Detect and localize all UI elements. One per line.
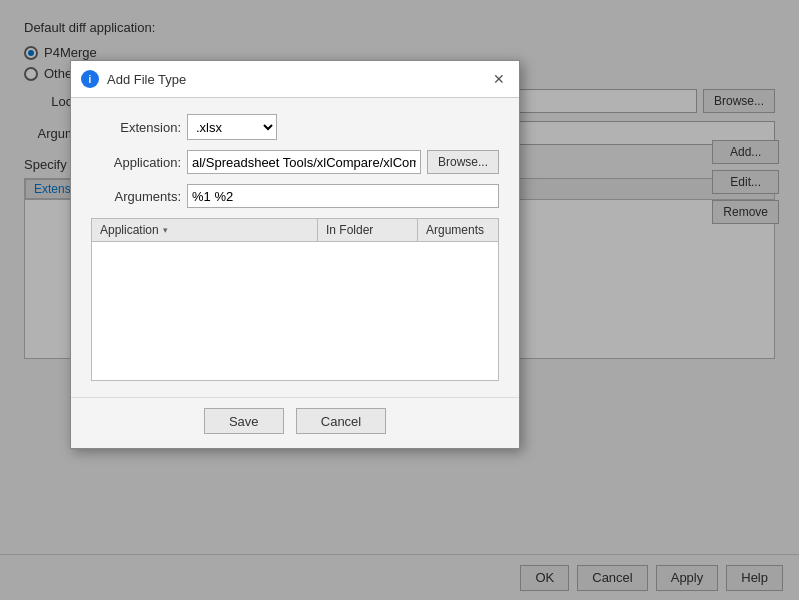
add-file-type-dialog: i Add File Type ✕ Extension: .xlsx Appli…	[70, 60, 520, 449]
dialog-close-button[interactable]: ✕	[489, 69, 509, 89]
folder-col-header: In Folder	[318, 219, 418, 241]
extension-row: Extension: .xlsx	[91, 114, 499, 140]
dialog-title: Add File Type	[107, 72, 481, 87]
application-row: Application: Browse...	[91, 150, 499, 174]
dialog-cancel-button[interactable]: Cancel	[296, 408, 386, 434]
dialog-body: Extension: .xlsx Application: Browse... …	[71, 98, 519, 393]
dialog-arguments-label: Arguments:	[91, 189, 181, 204]
dialog-table-area: Application ▾ In Folder Arguments	[91, 218, 499, 381]
application-browse-button[interactable]: Browse...	[427, 150, 499, 174]
extension-select[interactable]: .xlsx	[187, 114, 277, 140]
application-field-label: Application:	[91, 155, 181, 170]
app-col-header[interactable]: Application ▾	[92, 219, 318, 241]
dialog-titlebar: i Add File Type ✕	[71, 61, 519, 98]
application-input[interactable]	[187, 150, 421, 174]
arguments-col-header: Arguments	[418, 219, 498, 241]
dialog-footer: Save Cancel	[71, 397, 519, 448]
dialog-arguments-row: Arguments:	[91, 184, 499, 208]
extension-field-label: Extension:	[91, 120, 181, 135]
app-sort-arrow: ▾	[163, 225, 168, 235]
dialog-table-header: Application ▾ In Folder Arguments	[91, 218, 499, 241]
save-button[interactable]: Save	[204, 408, 284, 434]
dialog-table-body	[91, 241, 499, 381]
dialog-icon: i	[81, 70, 99, 88]
dialog-arguments-input[interactable]	[187, 184, 499, 208]
